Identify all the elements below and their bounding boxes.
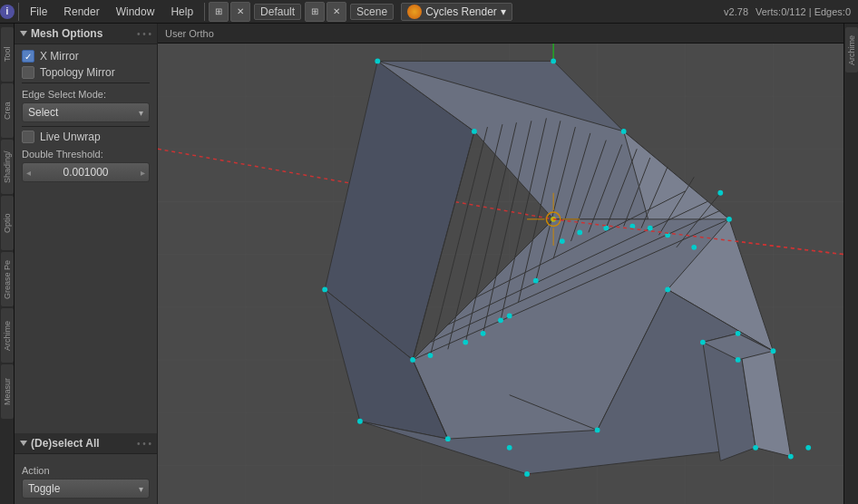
mesh-options-title: Mesh Options [31, 27, 102, 40]
edge-select-mode-value: Select [28, 106, 58, 119]
x-mirror-label: X Mirror [40, 50, 79, 63]
view-icons: ⊞ ✕ [209, 2, 250, 22]
mesh-options-title-group: Mesh Options [20, 27, 102, 40]
version-label: v2.78 [724, 6, 748, 17]
svg-point-62 [726, 217, 732, 222]
main-layout: Tool Crea Shading/ Optio Grease Pe Archi… [0, 24, 858, 504]
svg-point-76 [577, 229, 582, 235]
svg-point-51 [375, 58, 380, 63]
top-bar-right: v2.78 Verts:0/112 | Edges:0 [720, 6, 858, 17]
svg-point-54 [621, 129, 627, 134]
render-arrow: ▾ [501, 5, 506, 18]
svg-point-77 [603, 226, 609, 231]
scene-selector[interactable]: Scene [350, 4, 394, 20]
x-mirror-row: X Mirror [22, 50, 150, 63]
svg-point-79 [648, 226, 653, 231]
side-panel: Mesh Options • • • X Mirror Topology Mir… [15, 24, 158, 504]
render-engine-label: Cycles Render [425, 5, 497, 18]
topology-mirror-checkbox[interactable] [22, 66, 34, 79]
menu-render[interactable]: Render [56, 4, 106, 20]
left-arrow-icon: ◂ [26, 168, 31, 178]
section-dots: • • • [137, 29, 151, 39]
svg-point-75 [560, 238, 565, 244]
viewport-label: User Ortho [165, 28, 214, 39]
svg-point-59 [524, 471, 530, 477]
workspace-selector[interactable]: Default [254, 4, 301, 20]
viewport[interactable]: User Ortho [158, 24, 843, 504]
svg-point-55 [322, 286, 327, 292]
tab-grease-pencil[interactable]: Grease Pe [1, 252, 14, 306]
collapse-triangle-icon [20, 31, 27, 36]
svg-point-63 [771, 348, 776, 354]
svg-point-81 [691, 245, 697, 250]
tab-create[interactable]: Crea [1, 83, 14, 138]
svg-point-84 [788, 454, 794, 460]
deselect-all-section: (De)select All • • • Action Toggle ▾ [15, 433, 157, 504]
info-icon[interactable]: i [0, 5, 15, 19]
stats-label: Verts:0/112 | Edges:0 [756, 6, 851, 17]
section-dots-2: • • • [137, 439, 151, 449]
svg-point-85 [805, 445, 811, 451]
deselect-all-header[interactable]: (De)select All • • • [15, 433, 157, 454]
tab-tool[interactable]: Tool [1, 27, 14, 82]
edge-select-mode-select[interactable]: Select ▾ [22, 102, 150, 122]
svg-point-61 [665, 286, 670, 292]
live-unwrap-row: Live Unwrap [22, 131, 150, 143]
view-icon-4[interactable]: ✕ [327, 2, 346, 22]
view-icon-1[interactable]: ⊞ [209, 2, 229, 22]
render-engine[interactable]: Cycles Render ▾ [401, 3, 512, 21]
viewport-header: User Ortho [158, 24, 843, 44]
svg-point-83 [736, 357, 741, 363]
live-unwrap-checkbox[interactable] [22, 131, 34, 143]
svg-point-52 [551, 58, 556, 63]
topology-mirror-row: Topology Mirror [22, 66, 150, 79]
collapse-triangle-2-icon [20, 441, 27, 446]
svg-point-70 [533, 278, 539, 284]
svg-point-69 [507, 314, 512, 319]
right-tab-archive[interactable]: Archime [845, 27, 858, 73]
menu-help[interactable]: Help [163, 4, 200, 20]
menu-window[interactable]: Window [109, 4, 162, 20]
svg-point-67 [507, 445, 512, 451]
workspace-label: Default [260, 5, 295, 18]
double-threshold-value: 0.001000 [63, 166, 108, 179]
live-unwrap-label: Live Unwrap [40, 131, 101, 143]
svg-point-64 [753, 445, 758, 451]
double-threshold-field[interactable]: ◂ 0.001000 ▸ [22, 162, 150, 182]
svg-point-82 [717, 190, 723, 196]
svg-point-56 [410, 357, 415, 363]
deselect-all-content: Action Toggle ▾ [15, 454, 157, 504]
mesh-options-header[interactable]: Mesh Options • • • [15, 24, 157, 44]
view-icons2: ⊞ ✕ [305, 2, 346, 22]
svg-point-72 [481, 331, 486, 336]
action-arrow-icon: ▾ [139, 484, 143, 494]
edge-select-mode-label: Edge Select Mode: [22, 89, 150, 100]
svg-point-71 [428, 353, 434, 358]
svg-point-68 [463, 340, 468, 345]
menu-bar: File Render Window Help [23, 4, 200, 20]
tab-archive[interactable]: Archime [1, 308, 14, 363]
view-icon-3[interactable]: ⊞ [305, 2, 325, 22]
tab-options[interactable]: Optio [1, 196, 14, 250]
action-select[interactable]: Toggle ▾ [22, 479, 150, 499]
left-tab-bar: Tool Crea Shading/ Optio Grease Pe Archi… [0, 24, 15, 504]
menu-file[interactable]: File [23, 4, 54, 20]
action-value: Toggle [28, 482, 60, 495]
deselect-all-title-group: (De)select All [20, 437, 100, 450]
svg-point-74 [498, 317, 503, 323]
topology-mirror-label: Topology Mirror [40, 66, 115, 79]
tab-shading[interactable]: Shading/ [1, 140, 14, 194]
tab-measure[interactable]: Measur [1, 364, 14, 419]
x-mirror-checkbox[interactable] [22, 50, 34, 63]
select-arrow-icon: ▾ [139, 108, 143, 118]
svg-point-58 [357, 419, 363, 424]
divider1 [22, 82, 150, 83]
right-arrow-icon: ▸ [141, 168, 145, 178]
divider2 [22, 126, 150, 127]
panel-spacer [15, 188, 157, 433]
svg-point-57 [445, 436, 451, 441]
svg-point-53 [472, 129, 477, 134]
svg-point-66 [736, 331, 741, 336]
view-icon-2[interactable]: ✕ [230, 2, 250, 22]
separator2 [204, 3, 205, 21]
